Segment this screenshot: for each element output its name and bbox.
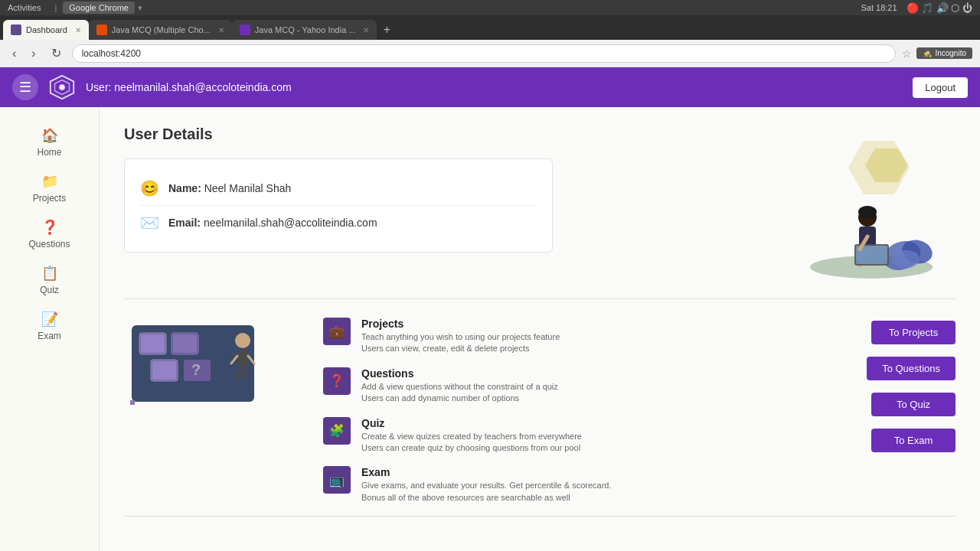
- svg-rect-17: [141, 334, 165, 353]
- exam-feature-text: Exam Give exams, and evaluate your resul…: [361, 466, 612, 504]
- user-details-card: 😊 Name: Neel Manilal Shah ✉️ Email: neel…: [124, 158, 553, 253]
- projects-feature-desc1: Teach anything you wish to using our pro…: [361, 331, 560, 343]
- name-row: 😊 Name: Neel Manilal Shah: [140, 171, 537, 206]
- navbar-left: ☰ User: neelmanilal.shah@accoloteindia.c…: [12, 73, 292, 102]
- svg-point-10: [858, 206, 877, 218]
- email-value: neelmanilal.shah@accoliteindia.com: [204, 217, 377, 229]
- tab-java-mcq-1[interactable]: Java MCQ (Multiple Cho... ✕: [89, 20, 232, 40]
- projects-icon: 📁: [41, 173, 58, 190]
- exam-feature-title: Exam: [361, 466, 612, 478]
- exam-feature-desc1: Give exams, and evaluate your results. G…: [361, 480, 612, 491]
- tab-dashboard[interactable]: Dashboard ✕: [3, 20, 89, 40]
- feature-quiz: 🧩 Quiz Create & view quizes created by t…: [323, 417, 851, 455]
- logo-icon: [47, 73, 77, 102]
- incognito-badge: 🕵 Incognito: [916, 47, 972, 59]
- sidebar-label-exam: Exam: [38, 331, 61, 341]
- content-relative: User Details 😊 Name: Neel Manilal Shah ✉…: [124, 126, 956, 517]
- sidebar: 🏠 Home 📁 Projects ❓ Questions 📋 Quiz 📝 E…: [0, 107, 100, 551]
- browser-tabbar: Dashboard ✕ Java MCQ (Multiple Cho... ✕ …: [0, 15, 980, 40]
- sidebar-item-exam[interactable]: 📝 Exam: [0, 303, 99, 349]
- activities-label[interactable]: Activities: [8, 3, 41, 12]
- bookmark-button[interactable]: ☆: [902, 47, 912, 60]
- questions-feature-icon: ❓: [323, 367, 351, 395]
- home-icon: 🏠: [41, 127, 58, 144]
- name-label: Name:: [168, 182, 201, 194]
- reload-button[interactable]: ↻: [47, 44, 66, 62]
- sidebar-item-projects[interactable]: 📁 Projects: [0, 165, 99, 211]
- sidebar-item-quiz[interactable]: 📋 Quiz: [0, 257, 99, 303]
- top-illustration: [787, 126, 956, 297]
- projects-feature-title: Projects: [361, 318, 560, 330]
- questions-feature-desc1: Add & view questions without the constra…: [361, 381, 558, 393]
- quiz-feature-icon: 🧩: [323, 417, 351, 445]
- questions-icon: ❓: [41, 219, 58, 236]
- projects-feature-desc2: Users can view, create, edit & delete pr…: [361, 343, 560, 354]
- sidebar-item-home[interactable]: 🏠 Home: [0, 119, 99, 165]
- feature-questions: ❓ Questions Add & view questions without…: [323, 367, 851, 405]
- sidebar-label-projects: Projects: [33, 193, 66, 204]
- quiz-feature-title: Quiz: [361, 417, 582, 429]
- app-navbar: ☰ User: neelmanilal.shah@accoloteindia.c…: [0, 67, 980, 107]
- forward-button[interactable]: ›: [27, 45, 40, 62]
- to-exam-button[interactable]: To Exam: [871, 429, 956, 452]
- tab-label-java2: Java MCQ - Yahoo India ...: [255, 25, 356, 34]
- exam-feature-icon: 📺: [323, 466, 351, 494]
- feature-actions: To Projects To Questions To Quiz To Exam: [867, 318, 956, 504]
- hamburger-button[interactable]: ☰: [12, 74, 38, 100]
- tab-java-mcq-2[interactable]: Java MCQ - Yahoo India ... ✕: [232, 20, 377, 40]
- datetime: Sat 18:21: [861, 3, 897, 12]
- bottom-divider: [124, 516, 956, 517]
- sidebar-label-home: Home: [37, 147, 61, 158]
- person-icon: 😊: [140, 179, 159, 197]
- chrome-label: Google Chrome: [63, 2, 135, 14]
- svg-line-28: [239, 367, 240, 379]
- svg-line-29: [245, 367, 247, 379]
- browser-toolbar: ‹ › ↻ ☆ 🕵 Incognito: [0, 40, 980, 67]
- navbar-user-label: User: neelmanilal.shah@accoloteindia.com: [86, 81, 292, 93]
- features-section: ?: [124, 298, 956, 517]
- questions-feature-title: Questions: [361, 367, 558, 380]
- projects-feature-text: Projects Teach anything you wish to usin…: [361, 318, 560, 355]
- features-layout: ?: [124, 318, 956, 504]
- exam-feature-desc2: Bonus all of the above resources are sea…: [361, 492, 612, 504]
- exam-icon: 📝: [41, 311, 58, 328]
- email-row: ✉️ Email: neelmanilal.shah@accoliteindia…: [140, 206, 537, 240]
- email-icon: ✉️: [140, 214, 159, 232]
- svg-point-2: [59, 84, 65, 90]
- feature-exam: 📺 Exam Give exams, and evaluate your res…: [323, 466, 851, 504]
- feature-projects: 💼 Projects Teach anything you wish to us…: [323, 318, 851, 355]
- tab-close-java1[interactable]: ✕: [218, 26, 224, 34]
- main-layout: 🏠 Home 📁 Projects ❓ Questions 📋 Quiz 📝 E…: [0, 107, 980, 551]
- new-tab-button[interactable]: +: [377, 20, 397, 40]
- logout-button[interactable]: Logout: [913, 77, 968, 98]
- svg-rect-19: [173, 334, 197, 353]
- svg-rect-30: [130, 400, 135, 405]
- email-label: Email:: [168, 217, 201, 229]
- tab-close-dashboard[interactable]: ✕: [75, 26, 81, 34]
- questions-feature-desc2: Users can add dynamic number of options: [361, 393, 558, 404]
- svg-point-24: [235, 333, 250, 348]
- to-quiz-button[interactable]: To Quiz: [871, 393, 956, 416]
- back-button[interactable]: ‹: [8, 45, 21, 62]
- browser-titlebar: Activities | Google Chrome ▾ Sat 18:21 🔴…: [0, 0, 980, 15]
- projects-feature-icon: 💼: [323, 318, 351, 345]
- tab-favicon-java2: [240, 24, 250, 35]
- quiz-feature-desc2: Users can create quiz by choosing questi…: [361, 442, 582, 454]
- svg-text:?: ?: [191, 361, 201, 378]
- address-bar[interactable]: [72, 44, 897, 63]
- to-projects-button[interactable]: To Projects: [871, 321, 956, 344]
- app-container: ☰ User: neelmanilal.shah@accoloteindia.c…: [0, 67, 980, 551]
- sidebar-item-questions[interactable]: ❓ Questions: [0, 211, 99, 257]
- tab-label-java1: Java MCQ (Multiple Cho...: [112, 25, 211, 34]
- questions-feature-text: Questions Add & view questions without t…: [361, 367, 558, 405]
- quiz-feature-text: Quiz Create & view quizes created by tea…: [361, 417, 582, 455]
- svg-rect-21: [152, 361, 176, 380]
- to-questions-button[interactable]: To Questions: [867, 357, 956, 380]
- features-right: 💼 Projects Teach anything you wish to us…: [323, 318, 956, 504]
- name-value: Neel Manilal Shah: [204, 182, 292, 194]
- board-illustration: ?: [124, 318, 277, 428]
- board-svg: ?: [124, 318, 277, 425]
- tab-close-java2[interactable]: ✕: [363, 26, 369, 34]
- tab-favicon-java1: [96, 24, 107, 35]
- incognito-label: Incognito: [935, 49, 966, 57]
